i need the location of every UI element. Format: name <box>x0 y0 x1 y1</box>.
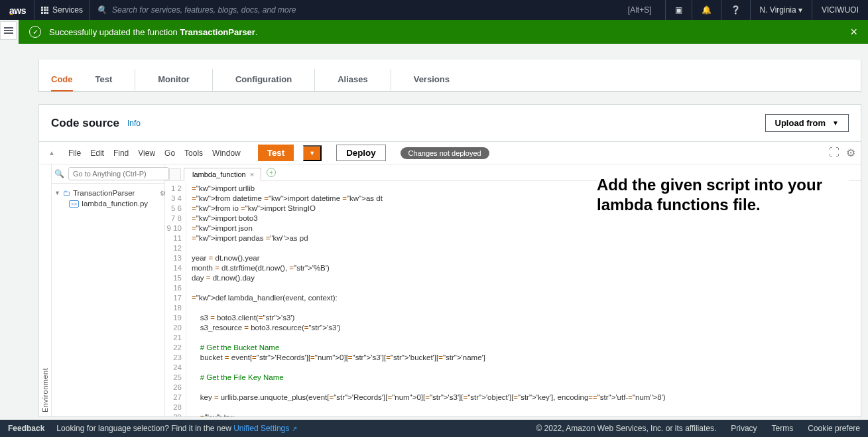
search-icon: 🔍 <box>97 5 107 15</box>
services-label: Services <box>52 5 83 15</box>
region-selector[interactable]: N. Virginia ▾ <box>750 0 812 20</box>
global-search[interactable]: 🔍 Search for services, features, blogs, … <box>90 5 665 15</box>
top-nav: aws⌣ Services 🔍 Search for services, fea… <box>0 0 868 20</box>
account-menu[interactable]: VICIWUOI <box>812 0 868 20</box>
aws-logo[interactable]: aws⌣ <box>9 5 26 15</box>
services-menu[interactable]: Services <box>34 0 90 20</box>
search-shortcut: [Alt+S] <box>628 5 652 15</box>
notifications-icon[interactable]: 🔔 <box>692 0 721 20</box>
search-placeholder: Search for services, features, blogs, do… <box>112 5 296 15</box>
cloudshell-icon[interactable]: ▣ <box>665 0 692 20</box>
help-icon[interactable]: ❔ <box>721 0 750 20</box>
services-grid-icon <box>41 7 48 14</box>
